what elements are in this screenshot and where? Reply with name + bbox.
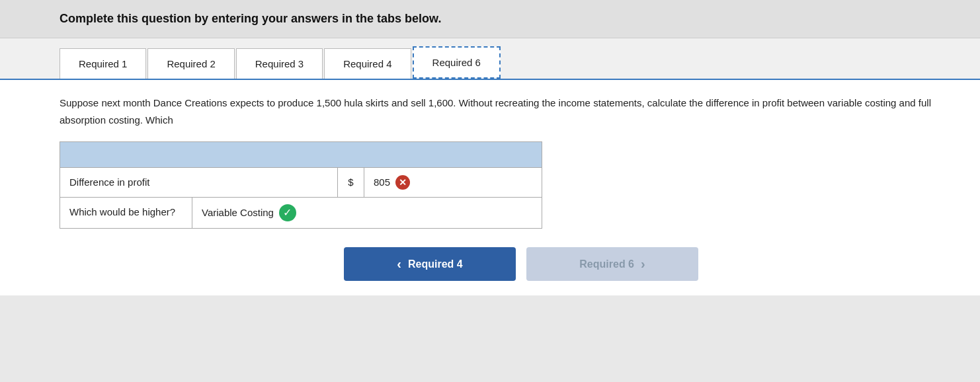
header-section: Complete this question by entering your …	[0, 0, 980, 38]
row2-value: Variable Costing	[202, 205, 274, 221]
chevron-left-icon	[397, 256, 401, 272]
row2-label: Which would be higher?	[60, 198, 192, 228]
page-wrapper: Complete this question by entering your …	[0, 0, 980, 295]
tab-required-2[interactable]: Required 2	[147, 48, 234, 79]
tab-required-3[interactable]: Required 3	[236, 48, 323, 79]
check-icon: ✓	[279, 204, 296, 221]
row2-value-cell: Variable Costing ✓	[192, 198, 542, 228]
table-row: Difference in profit $ 805 ✕	[60, 167, 542, 197]
error-icon: ✕	[395, 175, 410, 190]
prev-label: Required 4	[408, 258, 463, 270]
row1-value-cell: 805 ✕	[364, 168, 542, 197]
tab-required-1[interactable]: Required 1	[60, 48, 146, 79]
tab-required-4[interactable]: Required 4	[324, 48, 411, 79]
answer-table: Difference in profit $ 805 ✕ Which would…	[60, 141, 542, 229]
nav-buttons: Required 4 Required 6	[60, 247, 960, 281]
tab-required-6[interactable]: Required 6	[413, 46, 501, 79]
table-row: Which would be higher? Variable Costing …	[60, 197, 542, 228]
row1-dollar: $	[338, 168, 364, 197]
row1-label: Difference in profit	[60, 168, 338, 197]
content-section: Suppose next month Dance Creations expec…	[0, 79, 980, 295]
next-label: Required 6	[579, 258, 634, 270]
prev-button[interactable]: Required 4	[344, 247, 516, 281]
header-title: Complete this question by entering your …	[60, 12, 441, 25]
description-text: Suppose next month Dance Creations expec…	[60, 95, 960, 128]
row1-value: 805	[374, 174, 390, 190]
next-button[interactable]: Required 6	[526, 247, 698, 281]
table-header-row	[60, 142, 542, 167]
tabs-section: Required 1 Required 2 Required 3 Require…	[0, 38, 980, 79]
chevron-right-icon	[641, 256, 645, 272]
